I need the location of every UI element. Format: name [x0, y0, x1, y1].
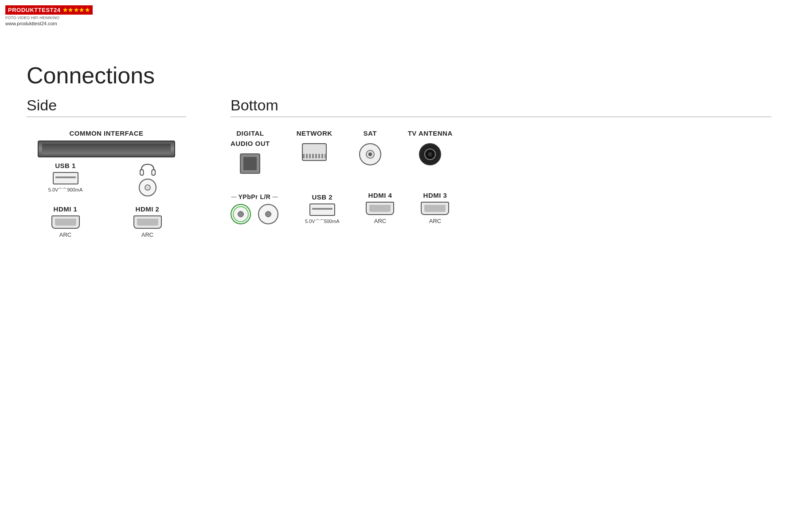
- headphone-icon: [139, 162, 156, 176]
- sat-port-icon: [359, 143, 381, 165]
- bottom-section: Bottom DIGITAL AUDIO OUT NETWORK: [213, 97, 771, 238]
- network-label: NETWORK: [297, 129, 332, 137]
- page-title: Connections: [27, 62, 771, 89]
- network-port-item: NETWORK: [297, 129, 332, 174]
- usb1-port-icon: [53, 172, 78, 184]
- bottom-row2: — YPbPr L/R —: [231, 192, 771, 224]
- logo-tagline: FOTO VIDEO HIFI HEIMKINO: [5, 16, 93, 20]
- ypbpr-label: YPbPr L/R: [239, 193, 271, 200]
- headphone-port-item: [109, 162, 186, 196]
- ypbpr-connectors: [231, 204, 278, 224]
- digital-audio-label: DIGITAL: [236, 129, 264, 137]
- hdmi2-sub: ARC: [141, 231, 153, 238]
- side-section: Side COMMON INTERFACE USB 1 5.0V⏜⏜900mA: [27, 97, 213, 238]
- logo-badge: PRODUKTTEST24 ★★★★★: [5, 5, 93, 15]
- logo-area: PRODUKTTEST24 ★★★★★ FOTO VIDEO HIFI HEIM…: [5, 5, 93, 26]
- ci-slot: [27, 141, 186, 157]
- hdmi4-label: HDMI 4: [368, 192, 392, 199]
- hdmi3-label: HDMI 3: [423, 192, 447, 199]
- logo-text: PRODUKTTEST24: [8, 7, 60, 13]
- usb2-spec: 5.0V⏜⏜500mA: [305, 219, 339, 224]
- hdmi3-sub: ARC: [429, 218, 441, 224]
- ypbpr-l-connector: [258, 204, 278, 224]
- svg-rect-0: [140, 170, 144, 175]
- main-content: Connections Side COMMON INTERFACE USB 1 …: [27, 62, 771, 238]
- logo-website: www.produkttest24.com: [5, 21, 93, 26]
- hdmi1-port-item: HDMI 1 ARC: [27, 205, 104, 238]
- usb2-label: USB 2: [312, 193, 332, 201]
- ypbpr-l-icon: [258, 204, 278, 224]
- hdmi1-sub: ARC: [59, 231, 71, 238]
- ypbpr-y-icon: [231, 204, 251, 224]
- hdmi1-label: HDMI 1: [54, 205, 78, 213]
- bottom-row1: DIGITAL AUDIO OUT NETWORK: [231, 129, 771, 174]
- headphone-jack-icon: [139, 179, 156, 196]
- hdmi2-port-icon: [133, 215, 162, 229]
- hdmi1-port-icon: [51, 215, 80, 229]
- side-divider: [27, 117, 186, 117]
- usb1-port-item: USB 1 5.0V⏜⏜900mA: [27, 162, 104, 196]
- hdmi4-port-item: HDMI 4 ARC: [366, 192, 394, 224]
- hdmi4-sub: ARC: [374, 218, 386, 224]
- common-interface-block: COMMON INTERFACE: [27, 129, 186, 157]
- tv-antenna-port-icon: [419, 143, 441, 165]
- digital-audio-port-item: DIGITAL AUDIO OUT: [231, 129, 270, 174]
- bottom-heading: Bottom: [231, 97, 771, 114]
- svg-rect-1: [152, 170, 155, 175]
- hdmi2-port-item: HDMI 2 ARC: [109, 205, 186, 238]
- hdmi2-label: HDMI 2: [136, 205, 160, 213]
- usb1-spec: 5.0V⏜⏜900mA: [48, 187, 82, 193]
- tv-antenna-port-item: TV ANTENNA: [408, 129, 453, 174]
- network-port-icon: [302, 143, 327, 161]
- hdmi4-port-icon: [366, 202, 394, 215]
- usb2-port-item: USB 2 5.0V⏜⏜500mA: [305, 193, 339, 224]
- digital-audio-label2: AUDIO OUT: [231, 140, 270, 147]
- sat-label: SAT: [363, 129, 376, 137]
- bottom-divider: [231, 117, 771, 117]
- ypbpr-label-row: — YPbPr L/R —: [231, 193, 278, 200]
- ypbpr-port-item: — YPbPr L/R —: [231, 193, 278, 224]
- ypbpr-arrow-right: —: [272, 194, 278, 200]
- logo-stars: ★★★★★: [63, 7, 90, 13]
- hdmi3-port-icon: [421, 202, 449, 215]
- hdmi3-port-item: HDMI 3 ARC: [421, 192, 449, 224]
- side-heading: Side: [27, 97, 213, 114]
- digital-audio-port-icon: [240, 153, 260, 174]
- ypbpr-y-connector: [231, 204, 251, 224]
- common-interface-label: COMMON INTERFACE: [27, 129, 186, 137]
- sections-row: Side COMMON INTERFACE USB 1 5.0V⏜⏜900mA: [27, 97, 771, 238]
- side-ports-grid: USB 1 5.0V⏜⏜900mA: [27, 162, 186, 238]
- usb2-port-icon: [309, 203, 335, 216]
- usb1-label: USB 1: [55, 162, 76, 169]
- sat-port-item: SAT: [359, 129, 381, 174]
- ypbpr-arrow-left: —: [231, 194, 237, 200]
- tv-antenna-label: TV ANTENNA: [408, 129, 453, 137]
